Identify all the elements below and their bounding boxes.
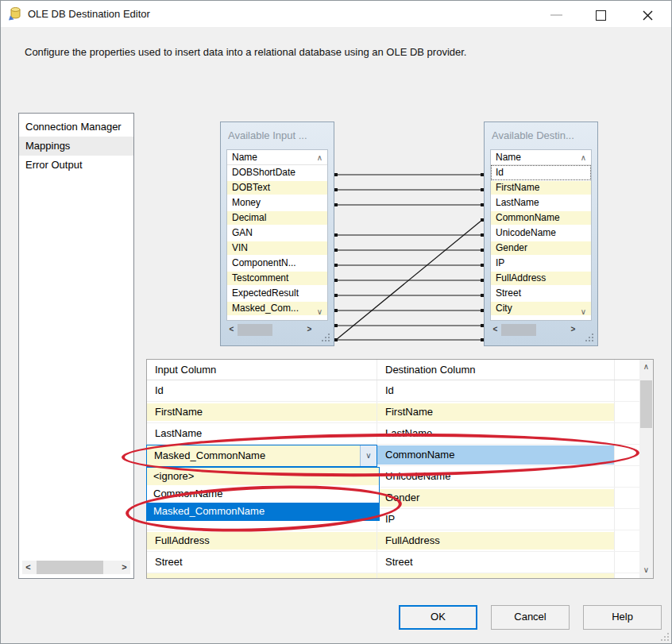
scroll-up-icon[interactable]: ∧ — [578, 152, 589, 163]
grid-vertical-scrollbar[interactable]: ∧ ∨ — [639, 360, 653, 578]
scroll-right-icon[interactable]: > — [304, 324, 315, 336]
combo-option[interactable]: CommonName — [147, 485, 379, 503]
mapping-row[interactable]: FirstNameFirstName — [147, 402, 641, 423]
input-column-item[interactable]: Masked_Com... — [227, 301, 327, 316]
destination-column-item[interactable]: CommonName — [491, 210, 591, 226]
destination-column-item[interactable]: FirstName — [491, 180, 591, 195]
destination-column-cell[interactable] — [377, 573, 615, 578]
window-resize-grip-icon[interactable] — [660, 632, 670, 642]
scroll-down-icon[interactable]: ∨ — [639, 564, 653, 577]
scroll-left-icon[interactable]: < — [22, 561, 34, 574]
input-list-rows: DOBShortDateDOBTextMoneyDecimalGANVINCom… — [227, 165, 327, 316]
scroll-down-icon[interactable]: ∨ — [578, 307, 589, 317]
destination-list-horizontal-scrollbar[interactable]: < > — [490, 324, 578, 336]
destination-column-item[interactable]: Gender — [491, 241, 591, 256]
maximize-icon[interactable] — [596, 10, 606, 21]
combo-dropdown: <ignore>CommonNameMasked_CommonName — [146, 467, 380, 521]
sidebar-item-connection-manager[interactable]: Connection Manager — [19, 118, 133, 137]
input-column-cell[interactable]: Street — [147, 552, 377, 573]
destination-column-item[interactable]: Id — [491, 165, 591, 180]
titlebar: OLE DB Destination Editor — [1, 1, 671, 27]
available-destination-columns-list: Name IdFirstNameLastNameCommonNameUnicod… — [490, 149, 592, 321]
destination-column-item[interactable]: LastName — [491, 195, 591, 210]
mapping-row[interactable] — [147, 573, 641, 578]
close-icon[interactable] — [641, 9, 655, 22]
input-list-horizontal-scrollbar[interactable]: < > — [226, 324, 315, 336]
input-column-cell[interactable]: FirstName — [147, 402, 377, 422]
input-column-item[interactable]: DOBText — [227, 180, 327, 195]
available-destination-columns-title: Available Destin... — [492, 129, 592, 141]
input-column-item[interactable]: Money — [227, 195, 327, 210]
destination-column-cell[interactable]: CommonName — [377, 445, 615, 465]
input-column-item[interactable]: GAN — [227, 226, 327, 241]
input-column-header: Input Column — [147, 360, 377, 380]
combo-option[interactable]: Masked_CommonName — [147, 503, 379, 520]
input-column-cell[interactable]: LastName — [147, 423, 377, 444]
cancel-button[interactable]: Cancel — [491, 605, 570, 630]
destination-column-cell[interactable]: UnicodeName — [377, 466, 615, 487]
window-title: OLE DB Destination Editor — [28, 1, 150, 27]
ole-db-destination-editor-window: OLE DB Destination Editor Configure the … — [0, 0, 672, 644]
combobox-value: Masked_CommonName — [154, 445, 265, 466]
scroll-right-icon[interactable]: > — [118, 561, 130, 574]
scroll-left-icon[interactable]: < — [490, 324, 500, 336]
input-column-item[interactable]: VIN — [227, 241, 327, 256]
destination-column-cell[interactable]: Gender — [377, 488, 615, 508]
sidebar-item-mappings[interactable]: Mappings — [19, 137, 133, 156]
pages-sidebar: Connection ManagerMappingsError Output <… — [18, 113, 134, 579]
mapping-lines — [334, 120, 484, 350]
list-resize-grip-icon[interactable] — [585, 333, 594, 342]
scroll-left-icon[interactable]: < — [226, 324, 237, 336]
mapping-row[interactable]: StreetStreet — [147, 552, 641, 573]
scrollbar-thumb[interactable] — [501, 324, 536, 336]
destination-column-item[interactable]: Street — [491, 286, 591, 301]
destination-column-item[interactable]: FullAddress — [491, 271, 591, 286]
mapping-row[interactable]: FullAddressFullAddress — [147, 530, 641, 552]
sidebar-horizontal-scrollbar[interactable]: < > — [22, 561, 130, 574]
available-destination-columns-panel: Available Destin... Name IdFirstNameLast… — [484, 121, 598, 346]
input-column-combobox[interactable]: Masked_CommonName ∨ — [146, 445, 377, 467]
scroll-right-icon[interactable]: > — [568, 324, 578, 336]
scrollbar-thumb[interactable] — [37, 561, 103, 574]
sidebar-list: Connection ManagerMappingsError Output — [19, 118, 133, 175]
combo-option[interactable]: <ignore> — [147, 468, 379, 485]
input-column-cell[interactable]: FullAddress — [147, 530, 377, 551]
scrollbar-thumb[interactable] — [640, 380, 652, 428]
scroll-up-icon[interactable]: ∧ — [315, 152, 325, 163]
destination-column-cell[interactable]: Id — [377, 380, 615, 401]
input-column-cell[interactable] — [147, 573, 377, 578]
scroll-down-icon[interactable]: ∨ — [315, 307, 325, 317]
grid-header: Input Column Destination Column — [147, 360, 641, 380]
destination-column-cell[interactable]: Street — [377, 552, 615, 573]
destination-column-cell[interactable]: IP — [377, 509, 615, 530]
destination-column-item[interactable]: IP — [491, 256, 591, 271]
database-icon — [8, 6, 22, 21]
scroll-up-icon[interactable]: ∧ — [639, 361, 653, 374]
destination-column-item[interactable]: City — [491, 301, 591, 316]
list-resize-grip-icon[interactable] — [321, 333, 330, 342]
input-column-item[interactable]: ExpectedResult — [227, 286, 327, 301]
input-column-cell[interactable]: Id — [147, 380, 377, 401]
destination-column-cell[interactable]: LastName — [377, 423, 615, 444]
ok-button[interactable]: OK — [399, 605, 477, 630]
mapping-row[interactable]: LastNameLastName — [147, 423, 641, 445]
dialog-description: Configure the properties used to insert … — [25, 46, 466, 58]
destination-column-cell[interactable]: FullAddress — [377, 530, 615, 551]
sidebar-item-error-output[interactable]: Error Output — [19, 156, 133, 175]
destination-list-header: Name — [491, 150, 591, 165]
available-input-columns-title: Available Input ... — [228, 129, 328, 141]
input-column-item[interactable]: ComponentN... — [227, 256, 327, 271]
minimize-icon[interactable] — [550, 14, 562, 16]
mapping-row[interactable]: IdId — [147, 380, 641, 402]
destination-column-cell[interactable]: FirstName — [377, 402, 615, 422]
help-button[interactable]: Help — [583, 605, 662, 630]
chevron-down-icon[interactable]: ∨ — [360, 445, 377, 466]
destination-column-item[interactable]: UnicodeName — [491, 226, 591, 241]
input-list-header: Name — [227, 150, 327, 165]
input-column-item[interactable]: DOBShortDate — [227, 165, 327, 180]
available-input-columns-panel: Available Input ... Name DOBShortDateDOB… — [220, 121, 334, 346]
scrollbar-thumb[interactable] — [238, 324, 272, 336]
destination-list-rows: IdFirstNameLastNameCommonNameUnicodeName… — [491, 165, 591, 316]
input-column-item[interactable]: Decimal — [227, 210, 327, 226]
input-column-item[interactable]: Testcomment — [227, 271, 327, 286]
